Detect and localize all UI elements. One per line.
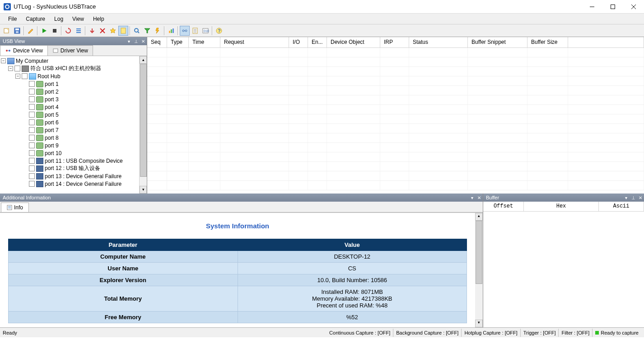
tree-port-8[interactable]: port 8 [1,134,146,142]
tree-port-1[interactable]: port 1 [1,80,146,88]
scroll-down-icon[interactable]: ▾ [140,186,147,194]
tree-checkbox[interactable] [14,66,20,71]
capture-col-deviceobject[interactable]: Device Object [327,37,380,47]
menu-view[interactable]: View [68,14,89,24]
buffer-pin-icon[interactable]: ⊥ [630,194,637,201]
capture-row[interactable] [147,124,644,133]
trigger-icon[interactable] [153,26,163,36]
info-scroll-thumb[interactable] [476,221,482,284]
tree-port-13[interactable]: port 13 : Device General Failure [1,172,146,180]
capture-col-status[interactable]: Status [409,37,468,47]
capture-col-en[interactable]: En... [308,37,327,47]
tree-checkbox[interactable] [29,127,35,133]
capture-row[interactable] [147,67,644,76]
capture-col-io[interactable]: I/O [289,37,308,47]
capture-row[interactable] [147,57,644,67]
buffer-body[interactable] [483,212,644,327]
stats-icon[interactable] [166,26,176,36]
tree-port-10[interactable]: port 10 [1,149,146,157]
capture-row[interactable] [147,171,644,181]
panel-close-icon[interactable]: ✕ [140,38,147,45]
arrow-down-icon[interactable] [87,26,97,36]
menu-help[interactable]: Help [89,14,109,24]
tree-port-11[interactable]: port 11 : USB Composite Device [1,157,146,165]
tree-my-computer[interactable]: −My Computer [1,57,146,65]
capture-col-request[interactable]: Request [220,37,289,47]
link-icon[interactable] [180,26,190,36]
tree-checkbox[interactable] [29,135,35,141]
tree-expander-icon[interactable]: − [1,58,6,63]
tab-info[interactable]: Info [1,203,29,212]
edit-icon[interactable] [26,26,36,36]
capture-col-buffersnippet[interactable]: Buffer Snippet [468,37,527,47]
capture-col-type[interactable]: Type [167,37,189,47]
capture-row[interactable] [147,86,644,95]
capture-grid-body[interactable] [147,48,644,194]
minimize-button[interactable] [582,0,602,14]
scroll-thumb[interactable] [140,64,147,177]
list-icon[interactable] [74,26,84,36]
tree-checkbox[interactable] [22,73,28,79]
tree-checkbox[interactable] [29,150,35,156]
info-scrollbar[interactable]: ▴ ▾ [475,213,483,327]
device-tree[interactable]: −My Computer−符合 USB xHCI 的主机控制器−Root Hub… [0,56,147,194]
tab-device-view[interactable]: Device View [0,45,48,56]
capture-row[interactable] [147,76,644,86]
tree-port-2[interactable]: port 2 [1,88,146,95]
bookmark-icon[interactable] [118,26,128,36]
doc-icon[interactable] [190,26,200,36]
tree-checkbox[interactable] [29,165,35,171]
capture-row[interactable] [147,143,644,152]
buffer-close-icon[interactable]: ✕ [637,194,644,201]
tree-port-6[interactable]: port 6 [1,118,146,126]
tree-port-12[interactable]: port 12 : USB 输入设备 [1,165,146,172]
tree-checkbox[interactable] [29,96,35,102]
capture-col-seq[interactable]: Seq [147,37,167,47]
tree-port-4[interactable]: port 4 [1,103,146,111]
tree-port-3[interactable]: port 3 [1,95,146,103]
info-content[interactable]: System Information Parameter Value Compu… [0,212,483,327]
play-icon[interactable] [39,26,49,36]
tree-checkbox[interactable] [29,158,35,164]
refresh-icon[interactable] [63,26,73,36]
info-scroll-up-icon[interactable]: ▴ [475,213,483,221]
binary-icon[interactable]: 0101 [201,26,210,36]
new-log-icon[interactable] [2,26,12,36]
tree-root-hub[interactable]: −Root Hub [1,72,146,80]
tree-port-5[interactable]: port 5 [1,111,146,118]
capture-row[interactable] [147,95,644,105]
capture-row[interactable] [147,181,644,190]
stop-icon[interactable] [50,26,60,36]
capture-col-time[interactable]: Time [189,37,220,47]
tree-checkbox[interactable] [29,142,35,148]
tree-controller[interactable]: −符合 USB xHCI 的主机控制器 [1,65,146,72]
tree-checkbox[interactable] [29,181,35,187]
scroll-up-icon[interactable]: ▴ [140,56,147,64]
menu-file[interactable]: File [4,14,21,24]
tree-expander-icon[interactable]: − [15,74,20,79]
close-button[interactable] [623,0,644,14]
tree-port-14[interactable]: port 14 : Device General Failure [1,180,146,188]
capture-row[interactable] [147,152,644,162]
panel-dropdown-icon[interactable]: ▾ [125,38,132,45]
tree-checkbox[interactable] [29,112,35,118]
menu-log[interactable]: Log [50,14,68,24]
tree-port-7[interactable]: port 7 [1,126,146,134]
info-scroll-down-icon[interactable]: ▾ [475,320,483,327]
tree-expander-icon[interactable]: − [8,66,13,71]
menu-capture[interactable]: Capture [21,14,50,24]
tree-checkbox[interactable] [29,104,35,110]
capture-col-irp[interactable]: IRP [380,37,409,47]
tree-checkbox[interactable] [29,81,35,87]
buffer-dropdown-icon[interactable]: ▾ [622,194,630,201]
info-panel-close-icon[interactable]: ✕ [476,194,483,201]
tab-driver-view[interactable]: Driver View [47,45,93,56]
help-icon[interactable]: ? [214,26,224,36]
filter-icon[interactable] [142,26,152,36]
tree-checkbox[interactable] [29,119,35,125]
tree-port-9[interactable]: port 9 [1,142,146,149]
tree-checkbox[interactable] [29,173,35,179]
capture-col-buffersize[interactable]: Buffer Size [527,37,568,47]
maximize-button[interactable] [602,0,623,14]
save-icon[interactable] [12,26,22,36]
